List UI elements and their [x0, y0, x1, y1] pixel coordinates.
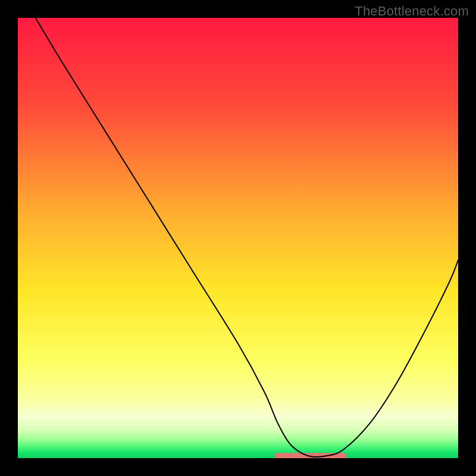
chart-frame: TheBottleneck.com: [0, 0, 476, 476]
chart-svg: [18, 18, 458, 458]
plot-area: [18, 18, 458, 458]
chart-background: [18, 18, 458, 458]
watermark-text: TheBottleneck.com: [355, 4, 469, 19]
